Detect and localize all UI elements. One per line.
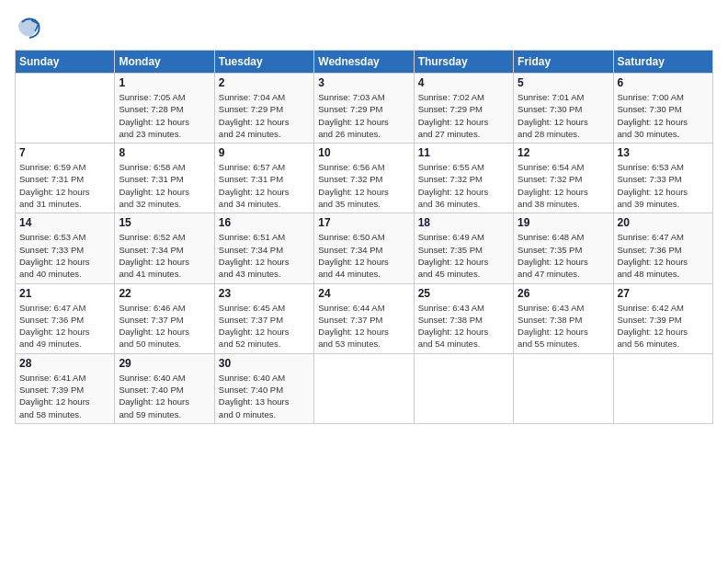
day-info: Sunrise: 6:40 AM Sunset: 7:40 PM Dayligh…	[219, 372, 310, 420]
calendar-cell: 6Sunrise: 7:00 AM Sunset: 7:30 PM Daylig…	[613, 74, 712, 144]
day-info: Sunrise: 6:40 AM Sunset: 7:40 PM Dayligh…	[119, 372, 210, 420]
day-number: 22	[119, 287, 210, 300]
day-number: 21	[19, 287, 110, 300]
day-info: Sunrise: 6:53 AM Sunset: 7:33 PM Dayligh…	[19, 231, 110, 280]
day-number: 24	[318, 287, 409, 300]
calendar-cell: 22Sunrise: 6:46 AM Sunset: 7:37 PM Dayli…	[115, 283, 214, 353]
calendar-cell: 3Sunrise: 7:03 AM Sunset: 7:29 PM Daylig…	[314, 74, 414, 144]
day-number: 17	[318, 216, 409, 229]
day-info: Sunrise: 6:43 AM Sunset: 7:38 PM Dayligh…	[518, 302, 609, 350]
calendar-cell	[16, 74, 115, 144]
calendar-cell: 12Sunrise: 6:54 AM Sunset: 7:32 PM Dayli…	[514, 144, 613, 213]
calendar-cell: 1Sunrise: 7:05 AM Sunset: 7:28 PM Daylig…	[115, 74, 214, 144]
day-number: 6	[618, 76, 709, 89]
calendar-cell: 16Sunrise: 6:51 AM Sunset: 7:34 PM Dayli…	[214, 213, 313, 283]
day-info: Sunrise: 6:44 AM Sunset: 7:37 PM Dayligh…	[318, 302, 409, 350]
logo	[15, 15, 44, 40]
day-info: Sunrise: 6:50 AM Sunset: 7:34 PM Dayligh…	[318, 231, 409, 280]
day-number: 15	[119, 216, 210, 229]
day-info: Sunrise: 7:04 AM Sunset: 7:29 PM Dayligh…	[219, 91, 310, 140]
day-info: Sunrise: 6:41 AM Sunset: 7:39 PM Dayligh…	[19, 372, 110, 420]
day-number: 26	[518, 287, 609, 300]
column-header-saturday: Saturday	[613, 51, 712, 74]
column-header-sunday: Sunday	[16, 51, 115, 74]
calendar-cell: 29Sunrise: 6:40 AM Sunset: 7:40 PM Dayli…	[115, 353, 214, 423]
day-info: Sunrise: 6:52 AM Sunset: 7:34 PM Dayligh…	[119, 231, 210, 280]
calendar-header-row: SundayMondayTuesdayWednesdayThursdayFrid…	[16, 51, 713, 74]
day-number: 25	[418, 287, 509, 300]
calendar-cell	[613, 353, 712, 423]
day-number: 2	[219, 76, 310, 89]
calendar-cell	[314, 353, 414, 423]
day-info: Sunrise: 6:45 AM Sunset: 7:37 PM Dayligh…	[219, 302, 310, 350]
day-number: 29	[119, 357, 210, 370]
day-info: Sunrise: 6:53 AM Sunset: 7:33 PM Dayligh…	[618, 161, 709, 210]
day-number: 30	[219, 357, 310, 370]
calendar-cell: 30Sunrise: 6:40 AM Sunset: 7:40 PM Dayli…	[214, 353, 313, 423]
calendar-table: SundayMondayTuesdayWednesdayThursdayFrid…	[15, 50, 713, 424]
calendar-cell: 28Sunrise: 6:41 AM Sunset: 7:39 PM Dayli…	[16, 353, 115, 423]
day-number: 14	[19, 216, 110, 229]
calendar-cell: 21Sunrise: 6:47 AM Sunset: 7:36 PM Dayli…	[16, 283, 115, 353]
calendar-cell: 18Sunrise: 6:49 AM Sunset: 7:35 PM Dayli…	[414, 213, 513, 283]
calendar-cell	[414, 353, 513, 423]
day-number: 7	[19, 146, 110, 159]
day-number: 5	[518, 76, 609, 89]
day-info: Sunrise: 6:55 AM Sunset: 7:32 PM Dayligh…	[418, 161, 509, 210]
day-number: 3	[318, 76, 409, 89]
calendar-cell: 26Sunrise: 6:43 AM Sunset: 7:38 PM Dayli…	[514, 283, 613, 353]
calendar-week-1: 1Sunrise: 7:05 AM Sunset: 7:28 PM Daylig…	[16, 74, 713, 144]
day-info: Sunrise: 7:01 AM Sunset: 7:30 PM Dayligh…	[518, 91, 609, 140]
day-number: 19	[518, 216, 609, 229]
calendar-cell: 14Sunrise: 6:53 AM Sunset: 7:33 PM Dayli…	[16, 213, 115, 283]
column-header-monday: Monday	[115, 51, 214, 74]
calendar-cell: 20Sunrise: 6:47 AM Sunset: 7:36 PM Dayli…	[613, 213, 712, 283]
column-header-wednesday: Wednesday	[314, 51, 414, 74]
day-number: 18	[418, 216, 509, 229]
calendar-cell: 7Sunrise: 6:59 AM Sunset: 7:31 PM Daylig…	[16, 144, 115, 213]
day-info: Sunrise: 7:03 AM Sunset: 7:29 PM Dayligh…	[318, 91, 409, 140]
calendar-cell	[514, 353, 613, 423]
day-info: Sunrise: 7:05 AM Sunset: 7:28 PM Dayligh…	[119, 91, 210, 140]
day-number: 9	[219, 146, 310, 159]
day-number: 4	[418, 76, 509, 89]
day-info: Sunrise: 6:46 AM Sunset: 7:37 PM Dayligh…	[119, 302, 210, 350]
day-number: 8	[119, 146, 210, 159]
day-number: 27	[618, 287, 709, 300]
day-number: 10	[318, 146, 409, 159]
calendar-cell: 5Sunrise: 7:01 AM Sunset: 7:30 PM Daylig…	[514, 74, 613, 144]
day-number: 12	[518, 146, 609, 159]
calendar-cell: 24Sunrise: 6:44 AM Sunset: 7:37 PM Dayli…	[314, 283, 414, 353]
logo-icon	[15, 15, 40, 40]
day-number: 16	[219, 216, 310, 229]
day-info: Sunrise: 6:43 AM Sunset: 7:38 PM Dayligh…	[418, 302, 509, 350]
day-info: Sunrise: 6:48 AM Sunset: 7:35 PM Dayligh…	[518, 231, 609, 280]
day-info: Sunrise: 6:54 AM Sunset: 7:32 PM Dayligh…	[518, 161, 609, 210]
calendar-week-4: 21Sunrise: 6:47 AM Sunset: 7:36 PM Dayli…	[16, 283, 713, 353]
calendar-cell: 23Sunrise: 6:45 AM Sunset: 7:37 PM Dayli…	[214, 283, 313, 353]
day-number: 11	[418, 146, 509, 159]
day-info: Sunrise: 7:02 AM Sunset: 7:29 PM Dayligh…	[418, 91, 509, 140]
day-info: Sunrise: 6:47 AM Sunset: 7:36 PM Dayligh…	[19, 302, 110, 350]
day-info: Sunrise: 6:49 AM Sunset: 7:35 PM Dayligh…	[418, 231, 509, 280]
header	[15, 15, 713, 40]
day-number: 13	[618, 146, 709, 159]
column-header-thursday: Thursday	[414, 51, 513, 74]
day-info: Sunrise: 6:58 AM Sunset: 7:31 PM Dayligh…	[119, 161, 210, 210]
calendar-cell: 13Sunrise: 6:53 AM Sunset: 7:33 PM Dayli…	[613, 144, 712, 213]
calendar-cell: 10Sunrise: 6:56 AM Sunset: 7:32 PM Dayli…	[314, 144, 414, 213]
calendar-cell: 15Sunrise: 6:52 AM Sunset: 7:34 PM Dayli…	[115, 213, 214, 283]
calendar-cell: 17Sunrise: 6:50 AM Sunset: 7:34 PM Dayli…	[314, 213, 414, 283]
calendar-container: SundayMondayTuesdayWednesdayThursdayFrid…	[0, 0, 728, 433]
calendar-week-5: 28Sunrise: 6:41 AM Sunset: 7:39 PM Dayli…	[16, 353, 713, 423]
calendar-cell: 25Sunrise: 6:43 AM Sunset: 7:38 PM Dayli…	[414, 283, 513, 353]
day-info: Sunrise: 6:47 AM Sunset: 7:36 PM Dayligh…	[618, 231, 709, 280]
calendar-cell: 2Sunrise: 7:04 AM Sunset: 7:29 PM Daylig…	[214, 74, 313, 144]
calendar-cell: 9Sunrise: 6:57 AM Sunset: 7:31 PM Daylig…	[214, 144, 313, 213]
day-info: Sunrise: 6:51 AM Sunset: 7:34 PM Dayligh…	[219, 231, 310, 280]
day-info: Sunrise: 6:59 AM Sunset: 7:31 PM Dayligh…	[19, 161, 110, 210]
column-header-friday: Friday	[514, 51, 613, 74]
calendar-cell: 11Sunrise: 6:55 AM Sunset: 7:32 PM Dayli…	[414, 144, 513, 213]
column-header-tuesday: Tuesday	[214, 51, 313, 74]
calendar-cell: 19Sunrise: 6:48 AM Sunset: 7:35 PM Dayli…	[514, 213, 613, 283]
